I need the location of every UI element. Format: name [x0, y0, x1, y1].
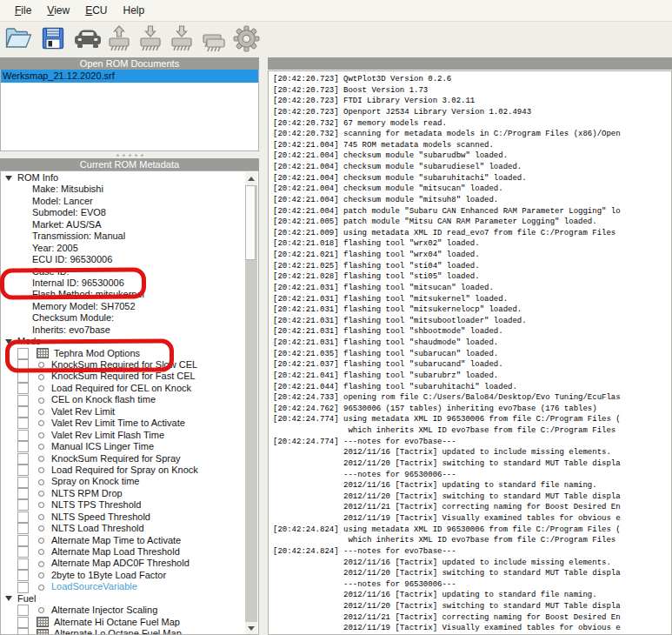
- menu-view[interactable]: View: [39, 2, 77, 19]
- memory-chips-button[interactable]: [199, 25, 229, 55]
- tree-row-model-lancer[interactable]: Model: Lancer: [1, 196, 247, 207]
- tree-row-nlts-tps-threshold[interactable]: NLTS TPS Threshold: [1, 499, 247, 511]
- mod-checkbox[interactable]: [17, 617, 29, 628]
- open-rom-button[interactable]: [3, 25, 33, 55]
- tree-row-loadsourcevariable[interactable]: LoadSourceVariable: [1, 581, 247, 592]
- tree-row-tephra-mod-options[interactable]: Tephra Mod Options: [1, 348, 247, 359]
- scrollbar-thumb[interactable]: [245, 185, 256, 260]
- mod-checkbox[interactable]: [17, 395, 29, 406]
- expander-icon[interactable]: [5, 596, 12, 601]
- read-from-ecu-button[interactable]: [104, 25, 134, 55]
- tree-row-submodel-evo8[interactable]: Submodel: EVO8: [1, 207, 247, 218]
- write-to-ecu-button[interactable]: [136, 25, 165, 55]
- tree-row-valet-rev-limit-time-to-activate[interactable]: Valet Rev Limit Time to Activate: [1, 418, 247, 429]
- scalar-icon: [38, 514, 44, 520]
- expander-icon[interactable]: [5, 176, 12, 181]
- tree-row-alternate-map-time-to-activate[interactable]: Alternate Map Time to Activate: [1, 535, 247, 546]
- tree-row-rom-info[interactable]: ROM Info: [1, 172, 247, 184]
- tree-row-checksum-module[interactable]: Checksum Module:: [1, 312, 247, 324]
- tree-row-knocksum-required-for-slow-cel[interactable]: KnockSum Required for Slow CEL: [1, 359, 247, 371]
- panel-splitter-handle[interactable]: [0, 151, 259, 158]
- open-rom-documents-list[interactable]: Werksmap_21.12.2020.srf: [0, 70, 259, 151]
- mod-checkbox[interactable]: [17, 570, 29, 581]
- scalar-icon: [38, 585, 44, 591]
- mod-checkbox[interactable]: [17, 383, 29, 394]
- mod-checkbox[interactable]: [17, 605, 29, 616]
- mod-checkbox[interactable]: [17, 535, 29, 546]
- tree-scrollbar[interactable]: [245, 172, 257, 635]
- tree-row-valet-rev-limit[interactable]: Valet Rev Limit: [1, 406, 247, 418]
- tree-row-case-id[interactable]: Case ID:: [1, 266, 247, 277]
- write-changes-to-ecu-button[interactable]: [167, 25, 196, 55]
- tree-row-alternate-hi-octane-fuel-map[interactable]: Alternate Hi Octane Fuel Map: [1, 617, 247, 628]
- current-rom-metadata-header: Current ROM Metadata: [0, 158, 259, 170]
- scroll-down-arrow-icon: [248, 626, 255, 631]
- expander-icon[interactable]: [5, 339, 12, 344]
- mod-checkbox[interactable]: [17, 499, 29, 511]
- mod-checkbox[interactable]: [17, 453, 29, 465]
- mod-checkbox[interactable]: [17, 511, 29, 523]
- tree-row-make-mitsubishi[interactable]: Make: Mitsubishi: [1, 184, 247, 195]
- menu-help[interactable]: Help: [116, 2, 153, 19]
- tree-row-load-required-for-cel-on-knock[interactable]: Load Required for CEL on Knock: [1, 383, 247, 394]
- tree-row-knocksum-required-for-fast-cel[interactable]: KnockSum Required for Fast CEL: [1, 371, 247, 382]
- mod-checkbox[interactable]: [17, 488, 29, 499]
- tree-row-internal-id-96530006[interactable]: Internal ID: 96530006: [1, 277, 247, 289]
- tree-row-flash-method-mitsukernel[interactable]: Flash Method: mitsukernel: [1, 289, 247, 300]
- menu-file[interactable]: File: [7, 2, 39, 19]
- tree-row-nlts-rpm-drop[interactable]: NLTS RPM Drop: [1, 488, 247, 499]
- scalar-icon: [38, 538, 44, 544]
- mod-checkbox[interactable]: [17, 546, 29, 558]
- tree-row-nlts-speed-threshold[interactable]: NLTS Speed Threshold: [1, 511, 247, 523]
- menu-ecu[interactable]: ECU: [77, 2, 115, 19]
- tree-row-spray-on-knock-time[interactable]: Spray on Knock time: [1, 476, 247, 487]
- scalar-icon: [38, 561, 44, 567]
- scalar-icon: [38, 572, 44, 578]
- rom-metadata-tree[interactable]: ROM InfoMake: MitsubishiModel: LancerSub…: [0, 170, 259, 635]
- scrollbar-up-button[interactable]: [245, 172, 257, 185]
- mod-checkbox[interactable]: [17, 465, 29, 476]
- tree-row-ecu-id-96530006[interactable]: ECU ID: 96530006: [1, 254, 247, 265]
- tree-row-market-aus-sa[interactable]: Market: AUS/SA: [1, 219, 247, 231]
- tree-row-mods[interactable]: Mods: [1, 336, 247, 347]
- tree-row-alternate-map-adc0f-threshold[interactable]: Alternate Map ADC0F Threshold: [1, 558, 247, 569]
- mod-checkbox[interactable]: [17, 558, 29, 570]
- mod-checkbox[interactable]: [17, 582, 29, 593]
- mod-checkbox[interactable]: [17, 406, 29, 418]
- tree-row-alternate-injector-scaling[interactable]: Alternate Injector Scaling: [1, 605, 247, 616]
- tree-row-alternate-map-load-threshold[interactable]: Alternate Map Load Threshold: [1, 546, 247, 558]
- mod-checkbox[interactable]: [17, 628, 29, 635]
- vehicle-connect-button[interactable]: [73, 25, 103, 55]
- read-from-ecu-chip-up-arrow-icon: [105, 25, 133, 56]
- mod-checkbox[interactable]: [17, 371, 29, 383]
- rom-document-item[interactable]: Werksmap_21.12.2020.srf: [1, 70, 258, 83]
- mod-checkbox[interactable]: [17, 477, 29, 488]
- tree-row-memory-model-sh7052[interactable]: Memory Model: SH7052: [1, 301, 247, 312]
- settings-button[interactable]: [231, 25, 261, 55]
- tree-row-transmission-manual[interactable]: Transmission: Manual: [1, 231, 247, 242]
- mod-checkbox[interactable]: [17, 441, 29, 452]
- tree-row-inherits-evo7base[interactable]: Inherits: evo7base: [1, 324, 247, 336]
- mod-checkbox[interactable]: [17, 348, 29, 359]
- tree-row-year-2005[interactable]: Year: 2005: [1, 243, 247, 254]
- tree-row-load-required-for-spray-on-knock[interactable]: Load Required for Spray on Knock: [1, 465, 247, 476]
- tree-row-knocksum-required-for-spray[interactable]: KnockSum Required for Spray: [1, 453, 247, 465]
- save-rom-floppy-icon: [41, 26, 65, 54]
- log-panel-header: [268, 57, 672, 70]
- tree-row-valet-rev-limit-flash-time[interactable]: Valet Rev Limit Flash Time: [1, 430, 247, 441]
- scalar-icon: [38, 467, 44, 473]
- log-output-area[interactable]: [20:42:20.723] QwtPlot3D Version 0.2.6 […: [268, 70, 672, 635]
- mod-checkbox[interactable]: [17, 430, 29, 441]
- memory-chips-icon: [200, 25, 228, 56]
- tree-row-fuel[interactable]: Fuel: [1, 593, 247, 605]
- tree-row-manual-ics-linger-time[interactable]: Manual ICS Linger Time: [1, 441, 247, 452]
- save-rom-button[interactable]: [38, 25, 68, 55]
- tree-row-nlts-load-threshold[interactable]: NLTS Load Threshold: [1, 523, 247, 534]
- tree-row-2byte-to-1byte-load-factor[interactable]: 2byte to 1Byte Load Factor: [1, 570, 247, 581]
- tree-row-cel-on-knock-flash-time[interactable]: CEL on Knock flash time: [1, 394, 247, 405]
- mod-checkbox[interactable]: [17, 359, 29, 371]
- mod-checkbox[interactable]: [17, 523, 29, 534]
- mod-checkbox[interactable]: [17, 418, 29, 429]
- scrollbar-down-button[interactable]: [245, 622, 257, 635]
- tree-row-alternate-lo-octane-fuel-map[interactable]: Alternate Lo Octane Fuel Map: [1, 628, 247, 635]
